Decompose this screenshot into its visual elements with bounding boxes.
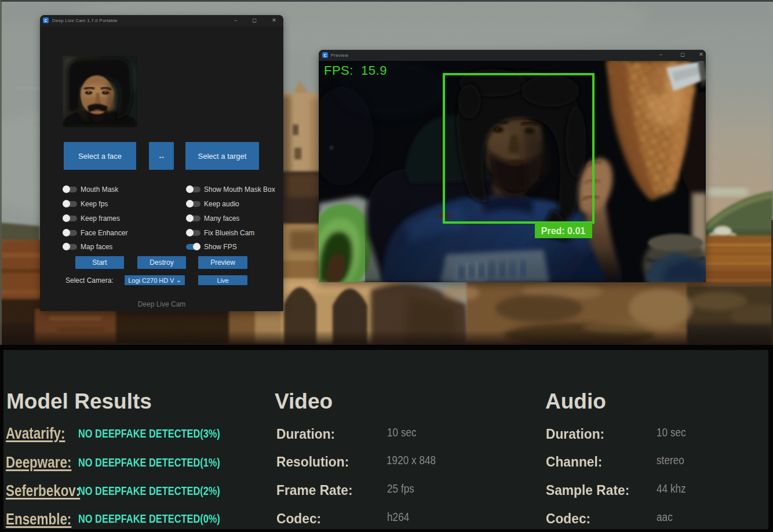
svg-text:FPS: 15.9: FPS: 15.9 bbox=[324, 63, 387, 78]
svg-text:Pred: 0.01: Pred: 0.01 bbox=[541, 226, 586, 236]
